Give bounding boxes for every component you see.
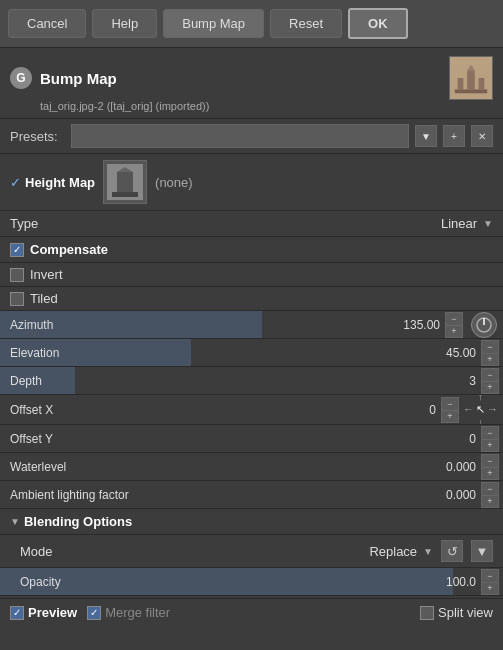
azimuth-row: Azimuth 135.00 − + [0, 311, 503, 339]
footer: ✓ Preview ✓ Merge filter Split view [0, 598, 503, 626]
type-row: Type Linear ▼ [0, 211, 503, 237]
invert-row: Invert [0, 263, 503, 287]
gimp-logo: G [10, 67, 32, 89]
arrow-down-icon: ↓ [478, 416, 484, 425]
blending-options-section[interactable]: ▼ Blending Options [0, 509, 503, 535]
mode-row: Mode Replace ▼ ↺ ▼ [0, 535, 503, 568]
split-view-label: Split view [438, 605, 493, 620]
split-view-wrap: Split view [420, 605, 493, 620]
opacity-label: Opacity [10, 575, 140, 589]
elevation-decrement[interactable]: − [481, 340, 499, 353]
offset-x-label: Offset X [0, 403, 130, 417]
cursor-icon: ↖ [476, 403, 485, 416]
presets-add-button[interactable]: + [443, 125, 465, 147]
ambient-row: Ambient lighting factor 0.000 − + [0, 481, 503, 509]
arrow-left-icon: ← [463, 403, 474, 416]
tiled-checkbox[interactable] [10, 292, 24, 306]
offset-x-value: 0 [429, 403, 436, 417]
depth-decrement[interactable]: − [481, 368, 499, 381]
azimuth-circular-control[interactable] [471, 312, 497, 338]
ambient-decrement[interactable]: − [481, 482, 499, 495]
mode-select[interactable]: Replace ▼ [369, 544, 433, 559]
heightmap-thumbnail[interactable] [103, 160, 147, 204]
depth-row: Depth 3 − + [0, 367, 503, 395]
svg-rect-1 [467, 70, 475, 89]
svg-rect-9 [112, 192, 138, 197]
presets-row: Presets: ▼ + ✕ [0, 119, 503, 154]
offset-x-increment[interactable]: + [441, 410, 459, 423]
mode-reset-button[interactable]: ↺ [441, 540, 463, 562]
compensate-checkbox[interactable]: ✓ [10, 243, 24, 257]
cancel-button[interactable]: Cancel [8, 9, 86, 38]
presets-select[interactable] [71, 124, 409, 148]
presets-label: Presets: [10, 129, 65, 144]
ambient-spinners: − + [481, 482, 499, 508]
bumpmap-button[interactable]: Bump Map [163, 9, 264, 38]
type-select-wrap[interactable]: Linear ▼ [441, 216, 493, 231]
opacity-decrement[interactable]: − [481, 569, 499, 582]
ambient-increment[interactable]: + [481, 495, 499, 508]
header: G Bump Map taj_orig.jpg-2 ([taj_orig] (i… [0, 48, 503, 119]
ambient-value: 0.000 [446, 488, 476, 502]
mode-extra-button[interactable]: ▼ [471, 540, 493, 562]
dialog-title: Bump Map [40, 70, 117, 87]
toolbar: Cancel Help Bump Map Reset OK [0, 0, 503, 48]
xy-arrows: ↑ ← ↖ → ↓ [463, 395, 498, 425]
tiled-row: Tiled [0, 287, 503, 311]
opacity-value: 100.0 [446, 575, 476, 589]
split-view-checkbox[interactable] [420, 606, 434, 620]
compensate-row: ✓ Compensate [0, 237, 503, 263]
depth-label: Depth [0, 374, 130, 388]
offset-x-decrement[interactable]: − [441, 397, 459, 410]
waterlevel-label: Waterlevel [0, 460, 130, 474]
blending-options-label: Blending Options [24, 514, 132, 529]
invert-checkbox[interactable] [10, 268, 24, 282]
presets-dropdown-arrow[interactable]: ▼ [415, 125, 437, 147]
offset-y-decrement[interactable]: − [481, 426, 499, 439]
arrow-up-icon: ↑ [478, 395, 484, 403]
svg-rect-7 [117, 172, 133, 192]
depth-value: 3 [469, 374, 476, 388]
mode-dropdown-arrow: ▼ [423, 546, 433, 557]
waterlevel-decrement[interactable]: − [481, 454, 499, 467]
offset-x-row: Offset X 0 − + ↑ ← ↖ → ↓ [0, 395, 503, 425]
ambient-label: Ambient lighting factor [0, 488, 160, 502]
reset-button[interactable]: Reset [270, 9, 342, 38]
help-button[interactable]: Help [92, 9, 157, 38]
opacity-row: Opacity 100.0 − + [0, 568, 503, 596]
heightmap-checkmark: ✓ [10, 175, 21, 190]
arrow-right-icon: → [487, 403, 498, 416]
preview-wrap: ✓ Preview [10, 605, 77, 620]
offset-y-label: Offset Y [0, 432, 130, 446]
elevation-row: Elevation 45.00 − + [0, 339, 503, 367]
elevation-value: 45.00 [446, 346, 476, 360]
waterlevel-increment[interactable]: + [481, 467, 499, 480]
waterlevel-row: Waterlevel 0.000 − + [0, 453, 503, 481]
offset-y-increment[interactable]: + [481, 439, 499, 452]
invert-label: Invert [30, 267, 63, 282]
azimuth-value: 135.00 [403, 318, 440, 332]
presets-remove-button[interactable]: ✕ [471, 125, 493, 147]
offset-y-spinners: − + [481, 426, 499, 452]
tiled-label: Tiled [30, 291, 58, 306]
heightmap-toggle[interactable]: ✓ Height Map [10, 175, 95, 190]
elevation-increment[interactable]: + [481, 353, 499, 366]
depth-increment[interactable]: + [481, 381, 499, 394]
preview-checkbox[interactable]: ✓ [10, 606, 24, 620]
azimuth-increment[interactable]: + [445, 325, 463, 338]
waterlevel-spinners: − + [481, 454, 499, 480]
offset-y-value: 0 [469, 432, 476, 446]
waterlevel-value: 0.000 [446, 460, 476, 474]
heightmap-section: ✓ Height Map (none) [0, 154, 503, 211]
ok-button[interactable]: OK [348, 8, 408, 39]
mode-label: Mode [10, 544, 53, 559]
svg-rect-4 [479, 78, 485, 89]
mode-controls: Replace ▼ ↺ ▼ [369, 540, 493, 562]
azimuth-decrement[interactable]: − [445, 312, 463, 325]
merge-filter-checkbox[interactable]: ✓ [87, 606, 101, 620]
type-label: Type [10, 216, 38, 231]
opacity-increment[interactable]: + [481, 582, 499, 595]
opacity-spinners: − + [481, 569, 499, 595]
type-value: Linear [441, 216, 477, 231]
type-dropdown-arrow: ▼ [483, 218, 493, 229]
